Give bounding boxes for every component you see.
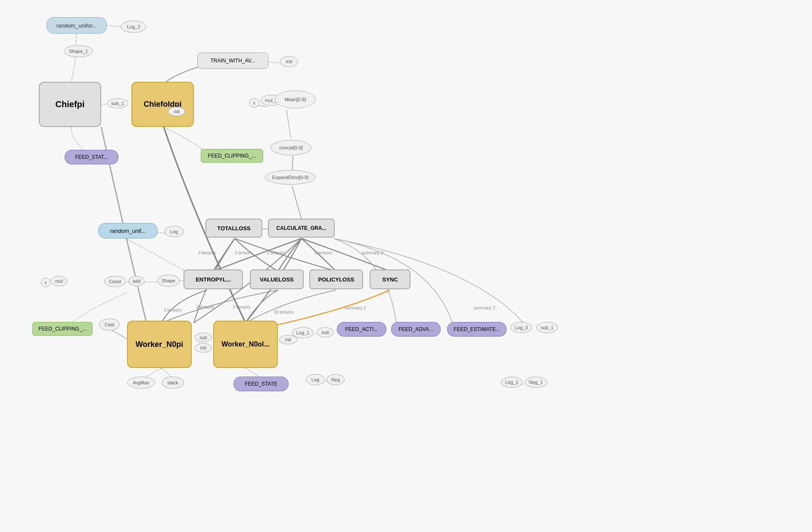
concat09-node[interactable]: concat[0-9] <box>271 140 311 155</box>
mul-mid-label: mul <box>55 278 63 284</box>
chiefpi-node[interactable]: Chiefpi <box>39 82 101 127</box>
log-mid-label: Log <box>170 229 178 234</box>
random-unif-mid-node[interactable]: random_unif... <box>98 223 158 238</box>
expanddims09-label: ExpandDims[0-9] <box>272 175 308 180</box>
tensor-label-3: 3 tensors <box>267 251 285 255</box>
random-unifor-top-node[interactable]: random_unifor... <box>47 17 107 34</box>
neg-node[interactable]: Neg <box>327 374 345 385</box>
svg-line-13 <box>111 330 129 340</box>
feed-stat-node[interactable]: FEED_STAT... <box>65 150 118 164</box>
expanddims09-node[interactable]: ExpandDims[0-9] <box>265 170 316 185</box>
sub-worker-node[interactable]: sub <box>195 333 212 342</box>
svg-line-1 <box>107 25 121 27</box>
policyloss-label: POLICYLOSS <box>318 276 355 283</box>
sub1-right-node[interactable]: sub_1 <box>536 322 558 333</box>
log3-node[interactable]: Log_3 <box>510 322 532 333</box>
x-mid-label: x <box>45 280 47 285</box>
shape1-node[interactable]: Shape_1 <box>64 45 93 57</box>
log3-label: Log_3 <box>515 325 528 330</box>
feed-estimate-label: FEED_ESTIMATE... <box>454 326 500 332</box>
totalloss-label: TOTALLOSS <box>217 225 251 232</box>
x-top-node[interactable]: x <box>249 98 259 108</box>
feed-clipping-bot-node[interactable]: FEED_CLIPPING_... <box>32 322 93 336</box>
init-top-node[interactable]: init <box>280 56 298 67</box>
feed-acti-node[interactable]: FEED_ACTI... <box>337 322 386 337</box>
init-worker-label: init <box>200 345 206 350</box>
log1-node[interactable]: Log_1 <box>292 327 314 338</box>
log2-bot-label: Log_2 <box>505 380 519 385</box>
init-worker-node[interactable]: init <box>195 343 212 353</box>
feed-acti-label: FEED_ACTI... <box>345 326 378 332</box>
calculate-gra-node[interactable]: CALCULATE_GRA... <box>268 219 335 238</box>
totalloss-node[interactable]: TOTALLOSS <box>205 219 262 238</box>
log-neg-label: Log <box>311 377 319 382</box>
neg1-node[interactable]: Neg_1 <box>525 377 547 388</box>
mean09-node[interactable]: Mean[0-9] <box>275 90 316 108</box>
sync-label: SYNC <box>382 276 398 283</box>
init-chief-label: init <box>174 109 180 114</box>
log2-top-label: Log_2 <box>127 24 140 29</box>
tensor-label-6: 3 tensors <box>164 308 181 312</box>
feed-state-label: FEED_STATE <box>245 381 277 387</box>
add-mid-label: add <box>133 278 140 284</box>
tensor-label-7: 2 tensors <box>196 305 214 309</box>
sub-log1-node[interactable]: sub <box>317 327 334 337</box>
valueloss-label: VALUELOSS <box>260 276 294 283</box>
shape-mid-node[interactable]: Shape <box>157 275 180 287</box>
svg-line-6 <box>258 105 267 107</box>
tensor-label-11: 10 tensors <box>274 310 294 315</box>
sub1-label: sub_1 <box>111 101 124 106</box>
random-unif-mid-label: random_unif... <box>110 228 146 234</box>
tensor-label-5: summary 2 <box>362 251 383 255</box>
feed-stat-label: FEED_STAT... <box>75 154 108 160</box>
stack-node[interactable]: stack <box>162 377 184 389</box>
shape-mid-label: Shape <box>162 278 175 283</box>
mul-mid-node[interactable]: mul <box>51 276 67 286</box>
const-mid-node[interactable]: Const <box>104 276 126 287</box>
neg-label: Neg <box>331 377 340 382</box>
feed-estimate-node[interactable]: FEED_ESTIMATE... <box>447 322 507 337</box>
tensor-label-8: 3 tensors <box>233 305 250 309</box>
log2-top-node[interactable]: Log_2 <box>121 21 146 33</box>
entropyl-label: ENTROPYL... <box>196 276 231 283</box>
init-worker2-label: init <box>285 337 291 342</box>
sub1-node[interactable]: sub_1 <box>107 98 128 108</box>
svg-line-3 <box>268 62 280 63</box>
tensor-label-1: 3 tensors <box>198 251 216 255</box>
sub1-right-label: sub_1 <box>541 325 554 330</box>
argmax-node[interactable]: ArgMax <box>127 377 155 389</box>
policyloss-node[interactable]: POLICYLOSS <box>309 269 363 289</box>
cast-node[interactable]: Cast <box>99 319 120 331</box>
concat09-label: concat[0-9] <box>279 145 302 150</box>
worker-n0pi-node[interactable]: Worker_N0pi <box>127 321 192 368</box>
init-chief-node[interactable]: init <box>168 107 185 116</box>
feed-adva-node[interactable]: FEED_ADVA... <box>391 322 441 337</box>
sync-node[interactable]: SYNC <box>370 269 411 289</box>
worker-n0ol-node[interactable]: Worker_N0ol... <box>213 321 278 368</box>
feed-state-node[interactable]: FEED_STATE <box>233 377 289 391</box>
train-with-av-node[interactable]: TRAIN_WITH_AV... <box>197 53 268 69</box>
cast-label: Cast <box>105 322 115 327</box>
x-mid-node[interactable]: x <box>41 278 50 287</box>
tensor-label-4: 3 tensors <box>314 251 332 255</box>
train-with-av-label: TRAIN_WITH_AV... <box>210 58 255 64</box>
sub-log1-label: sub <box>321 330 329 335</box>
feed-clipping-top-node[interactable]: FEED_CLIPPING_... <box>201 149 263 163</box>
tensor-label-9: summary 2 <box>345 306 366 310</box>
const-mid-label: Const <box>109 279 121 284</box>
log-mid-node[interactable]: Log <box>164 226 184 237</box>
add-mid-node[interactable]: add <box>128 276 145 286</box>
feed-clipping-top-label: FEED_CLIPPING_... <box>208 153 256 159</box>
x-top-label: x <box>253 101 255 105</box>
entropyl-node[interactable]: ENTROPYL... <box>184 269 243 289</box>
worker-n0pi-label: Worker_N0pi <box>136 340 184 349</box>
svg-line-0 <box>76 34 77 45</box>
init-top-label: init <box>286 59 292 64</box>
log-neg-node[interactable]: Log <box>306 374 325 385</box>
chiefoldpi-node[interactable]: Chiefoldpi <box>131 82 194 127</box>
valueloss-node[interactable]: VALUELOSS <box>250 269 304 289</box>
stack-label: stack <box>167 380 178 385</box>
log2-bot-node[interactable]: Log_2 <box>501 377 523 388</box>
chiefpi-label: Chiefpi <box>56 99 85 109</box>
tensor-label-2: 2 tensors <box>235 251 252 255</box>
